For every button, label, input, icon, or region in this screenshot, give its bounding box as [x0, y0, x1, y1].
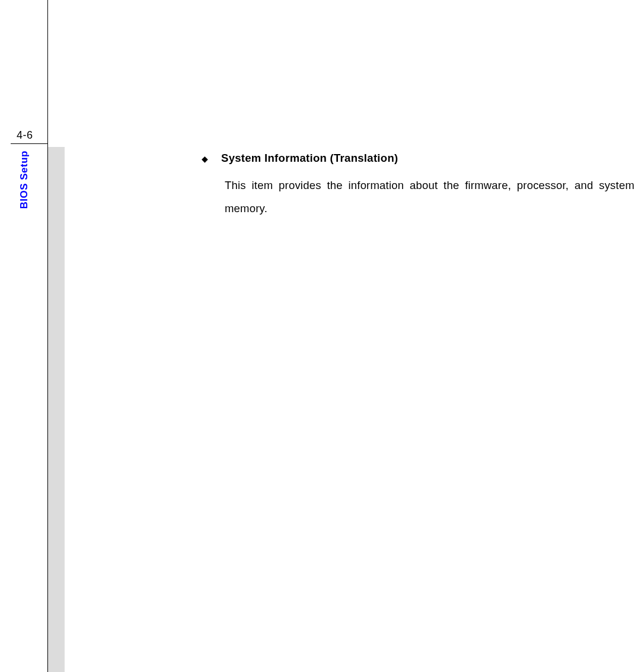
item-title: System Information (Translation) [221, 152, 398, 165]
item-description: This item provides the information about… [225, 174, 634, 220]
gray-content-strip [48, 147, 65, 672]
horizontal-divider [11, 143, 47, 144]
bullet-icon: ◆ [202, 154, 208, 164]
content-area: ◆ System Information (Translation) This … [202, 152, 634, 220]
left-margin-area [0, 0, 47, 672]
section-label: BIOS Setup [18, 151, 30, 209]
bullet-item-row: ◆ System Information (Translation) [202, 152, 634, 165]
page-number: 4-6 [17, 129, 33, 142]
